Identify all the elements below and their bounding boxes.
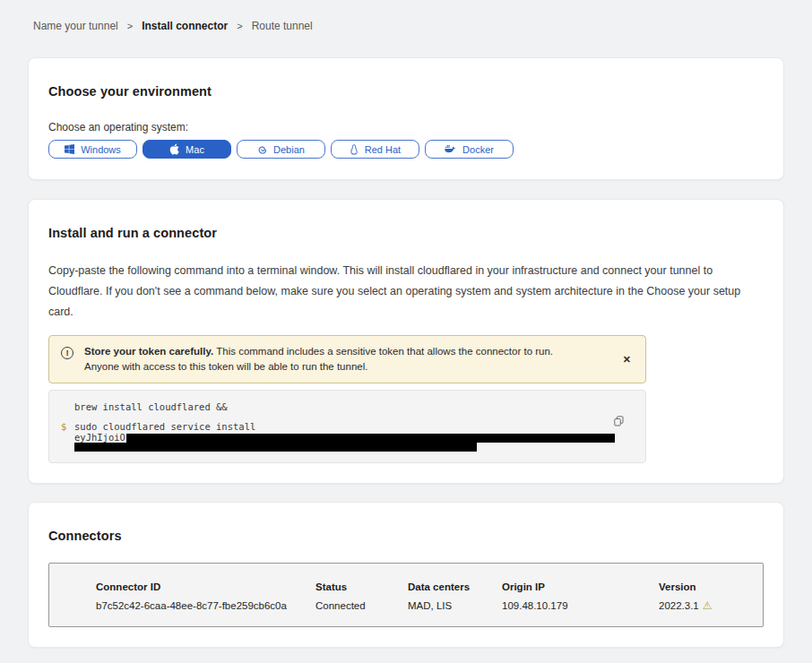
debian-logo-icon [257, 144, 267, 154]
alert-circle-icon: ! [61, 347, 73, 359]
os-button-label: Red Hat [365, 144, 401, 155]
connectors-card-title: Connectors [48, 529, 764, 543]
os-select-label: Choose an operating system: [48, 121, 764, 133]
col-header-status: Status [315, 581, 408, 592]
warning-message-bold: Store your token carefully. [84, 346, 213, 357]
col-header-data-centers: Data centers [408, 581, 502, 592]
breadcrumb: Name your tunnel > Install connector > R… [0, 0, 812, 32]
warning-message: Store your token carefully. This command… [84, 344, 586, 375]
code-line-brew: brew install cloudflared && [74, 401, 645, 413]
breadcrumb-route-tunnel[interactable]: Route tunnel [252, 20, 313, 32]
origin-ip-value: 109.48.10.179 [502, 600, 659, 611]
install-command-code-block: brew install cloudflared && $ sudo cloud… [48, 390, 646, 463]
windows-logo-icon [65, 144, 74, 154]
redacted-token-bar [74, 443, 477, 452]
version-warning-icon[interactable]: ⚠ [703, 600, 713, 611]
os-button-windows[interactable]: Windows [48, 140, 137, 159]
connectors-card: Connectors Connector ID Status Data cent… [28, 502, 784, 648]
os-button-mac[interactable]: Mac [143, 140, 231, 159]
environment-card: Choose your environment Choose an operat… [28, 57, 784, 180]
data-centers-value: MAD, LIS [408, 600, 502, 611]
connectors-table: Connector ID Status Data centers Origin … [48, 563, 764, 627]
os-button-group: Windows Mac Debian Red Hat [48, 140, 764, 159]
os-button-redhat[interactable]: Red Hat [331, 140, 419, 159]
apple-logo-icon [169, 143, 179, 155]
redhat-tux-icon [350, 144, 358, 155]
status-badge: Connected [315, 600, 408, 611]
breadcrumb-install-connector[interactable]: Install connector [142, 20, 228, 32]
os-button-label: Windows [81, 144, 121, 155]
page-content: Choose your environment Choose an operat… [0, 57, 812, 648]
token-prefix: eyJhIjoiO [74, 433, 125, 443]
os-button-label: Mac [186, 144, 204, 155]
copy-icon[interactable] [614, 416, 624, 428]
os-button-label: Docker [462, 144, 494, 155]
os-button-docker[interactable]: Docker [425, 140, 514, 159]
col-header-version: Version [659, 581, 763, 592]
connector-id-value: b7c52c42-6caa-48ee-8c77-fbe259cb6c0a [96, 600, 315, 611]
breadcrumb-name-your-tunnel[interactable]: Name your tunnel [33, 20, 118, 32]
close-icon[interactable]: ✕ [619, 352, 635, 367]
col-header-connector-id: Connector ID [96, 581, 315, 592]
os-button-debian[interactable]: Debian [237, 140, 325, 159]
footer: Next [0, 648, 812, 663]
docker-whale-icon [445, 144, 456, 154]
environment-card-title: Choose your environment [48, 84, 764, 99]
breadcrumb-separator: > [127, 21, 133, 31]
redacted-token-bar [126, 434, 615, 443]
install-description: Copy-paste the following command into a … [48, 261, 764, 323]
token-warning-banner: ! Store your token carefully. This comma… [48, 335, 646, 383]
install-connector-card: Install and run a connector Copy-paste t… [28, 199, 784, 484]
breadcrumb-separator: > [237, 21, 242, 31]
version-value: 2022.3.1 [659, 600, 699, 611]
col-header-origin-ip: Origin IP [502, 581, 659, 592]
os-button-label: Debian [273, 144, 305, 155]
install-card-title: Install and run a connector [48, 226, 764, 240]
shell-prompt: $ [61, 421, 74, 433]
